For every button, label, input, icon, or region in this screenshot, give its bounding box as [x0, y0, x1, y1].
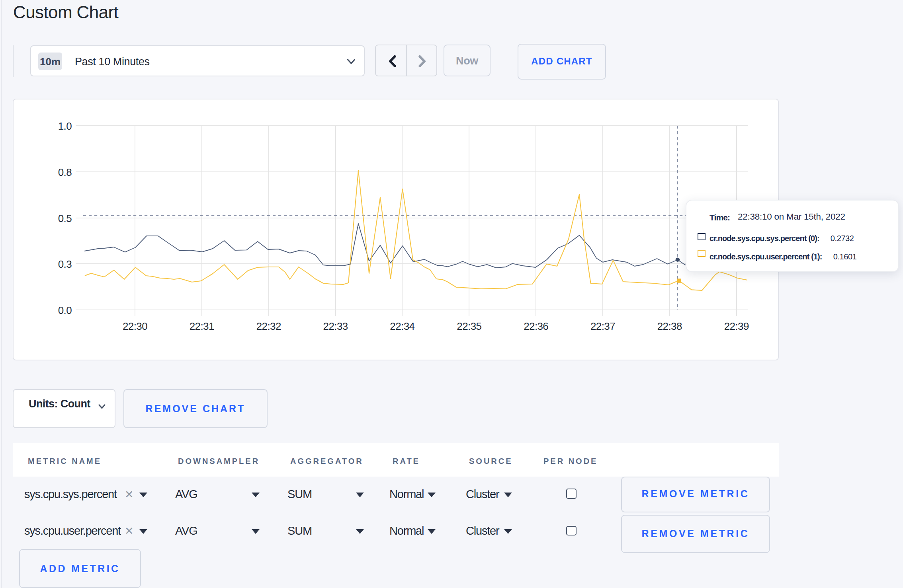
svg-text:22:37: 22:37 — [590, 320, 615, 332]
svg-text:22:39: 22:39 — [724, 320, 749, 332]
svg-text:22:31: 22:31 — [190, 320, 214, 332]
svg-text:22:36: 22:36 — [524, 320, 548, 332]
svg-text:22:34: 22:34 — [390, 320, 414, 332]
svg-text:22:38: 22:38 — [657, 320, 682, 332]
svg-text:0.5: 0.5 — [58, 212, 72, 224]
svg-text:0.8: 0.8 — [58, 166, 72, 178]
svg-text:22:33: 22:33 — [323, 320, 348, 332]
svg-text:22:30: 22:30 — [123, 320, 147, 332]
svg-text:22:32: 22:32 — [256, 320, 281, 332]
svg-text:0.0: 0.0 — [58, 304, 72, 316]
svg-text:22:35: 22:35 — [457, 320, 481, 332]
svg-text:1.0: 1.0 — [58, 120, 72, 132]
svg-text:0.3: 0.3 — [58, 258, 72, 270]
